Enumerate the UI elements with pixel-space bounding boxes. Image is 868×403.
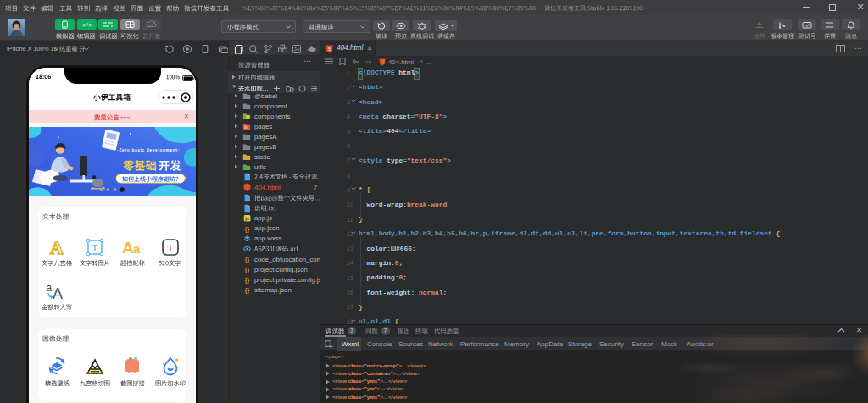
svg-text:{}: {} <box>245 266 250 273</box>
svg-text:{}: {} <box>245 225 250 233</box>
svg-text:{}: {} <box>245 256 250 263</box>
svg-text:js: js <box>244 216 249 221</box>
svg-text:{}: {} <box>245 276 250 284</box>
svg-text:{}: {} <box>245 286 250 294</box>
